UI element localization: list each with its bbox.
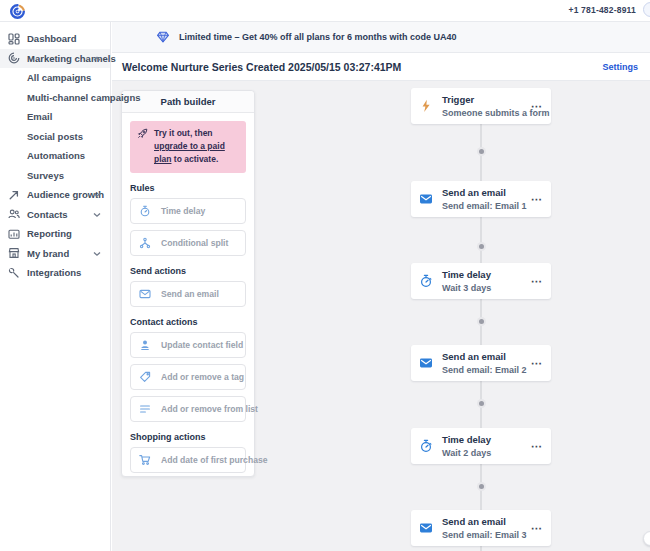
help-pill-cutoff[interactable] [643, 2, 650, 17]
conditional-split-icon [139, 237, 151, 249]
section-label-shopping-actions: Shopping actions [130, 432, 246, 442]
node-menu-button[interactable]: ⋯ [529, 359, 543, 367]
sidebar-item-my-brand[interactable]: My brand [0, 244, 110, 264]
node-menu-button[interactable]: ⋯ [529, 195, 543, 203]
list-icon [139, 403, 151, 415]
sidebar-item-contacts[interactable]: Contacts [0, 205, 110, 225]
sidebar-item-integrations[interactable]: Integrations [0, 263, 110, 283]
promo-banner-text: Limited time – Get 40% off all plans for… [179, 32, 457, 42]
workflow-node-trigger[interactable]: Trigger Someone submits a form ⋯ [411, 88, 551, 124]
workflow-node-send-email-2[interactable]: Send an email Send email: Email 2 ⋯ [411, 345, 551, 381]
promo-banner: Limited time – Get 40% off all plans for… [112, 22, 650, 53]
sidebar-item-email[interactable]: Email [0, 107, 110, 127]
contacts-icon [8, 208, 20, 220]
envelope-icon [139, 288, 151, 300]
sidebar-item-automations[interactable]: Automations [0, 146, 110, 166]
node-menu-button[interactable]: ⋯ [529, 102, 543, 110]
add-step-button[interactable] [477, 242, 486, 251]
marketing-channels-icon [8, 52, 20, 64]
node-title: Trigger [442, 94, 529, 105]
chevron-down-icon [93, 212, 101, 218]
upgrade-notice: Try it out, then upgrade to a paid plan … [130, 121, 246, 173]
node-subtitle: Someone submits a form [442, 108, 529, 118]
automation-canvas: Trigger Someone submits a form ⋯ Send an… [112, 81, 650, 551]
page-title: Welcome Nurture Series Created 2025/05/1… [122, 61, 401, 73]
add-step-button[interactable] [477, 147, 486, 156]
constant-contact-logo[interactable] [9, 3, 26, 20]
update-contact-icon [139, 339, 151, 351]
sidebar-item-marketing-channels[interactable]: Marketing channels [0, 49, 110, 69]
add-step-button[interactable] [477, 399, 486, 408]
sidebar-item-label: Dashboard [27, 33, 77, 44]
lightning-icon [419, 99, 433, 113]
palette-item-conditional-split[interactable]: Conditional split [130, 230, 246, 256]
add-step-button[interactable] [477, 482, 486, 491]
workflow-node-time-delay-1[interactable]: Time delay Wait 3 days ⋯ [411, 263, 551, 299]
rocket-icon [137, 128, 148, 139]
reporting-icon [8, 228, 20, 240]
add-step-button[interactable] [477, 317, 486, 326]
sidebar-item-social-posts[interactable]: Social posts [0, 127, 110, 147]
workflow-node-time-delay-2[interactable]: Time delay Wait 2 days ⋯ [411, 428, 551, 464]
integrations-icon [8, 267, 20, 279]
node-menu-button[interactable]: ⋯ [529, 524, 543, 532]
gem-icon [156, 30, 170, 44]
settings-link[interactable]: Settings [602, 62, 638, 72]
cart-icon [139, 454, 151, 466]
section-label-rules: Rules [130, 183, 246, 193]
palette-item-add-remove-list[interactable]: Add or remove from list [130, 396, 246, 422]
canvas-zoom-control-cutoff[interactable] [643, 531, 650, 546]
palette-item-send-email[interactable]: Send an email [130, 281, 246, 307]
sidebar-item-surveys[interactable]: Surveys [0, 166, 110, 186]
sidebar-item-reporting[interactable]: Reporting [0, 224, 110, 244]
my-brand-icon [8, 247, 20, 259]
sidebar-nav: Dashboard Marketing channels All campaig… [0, 22, 111, 551]
palette-item-time-delay[interactable]: Time delay [130, 198, 246, 224]
workflow-node-send-email-3[interactable]: Send an email Send email: Email 3 ⋯ [411, 510, 551, 546]
stopwatch-icon [419, 274, 433, 288]
path-builder-title: Path builder [122, 91, 254, 113]
chevron-down-icon [93, 192, 101, 198]
sidebar-item-audience-growth[interactable]: Audience growth [0, 185, 110, 205]
chevron-up-icon [93, 56, 101, 62]
audience-growth-icon [8, 189, 20, 201]
section-label-contact-actions: Contact actions [130, 317, 246, 327]
envelope-icon [419, 192, 433, 206]
sidebar-item-label: Marketing channels [27, 53, 116, 64]
envelope-icon [419, 356, 433, 370]
tag-icon [139, 371, 151, 383]
palette-item-update-contact-field[interactable]: Update contact field [130, 332, 246, 358]
stopwatch-icon [419, 439, 433, 453]
promo-code: UA40 [434, 32, 457, 42]
workflow-node-send-email-1[interactable]: Send an email Send email: Email 1 ⋯ [411, 181, 551, 217]
sidebar-item-all-campaigns[interactable]: All campaigns [0, 68, 110, 88]
node-menu-button[interactable]: ⋯ [529, 277, 543, 285]
node-menu-button[interactable]: ⋯ [529, 442, 543, 450]
sidebar-item-multi-channel-campaigns[interactable]: Multi-channel campaigns [0, 88, 110, 108]
stopwatch-icon [139, 205, 151, 217]
dashboard-icon [8, 33, 20, 45]
section-label-send-actions: Send actions [130, 266, 246, 276]
palette-item-add-first-purchase-date[interactable]: Add date of first purchase [130, 447, 246, 473]
top-bar: +1 781-482-8911 [0, 0, 650, 22]
contact-phone-number[interactable]: +1 781-482-8911 [568, 5, 636, 15]
chevron-down-icon [93, 251, 101, 257]
palette-item-add-remove-tag[interactable]: Add or remove a tag [130, 364, 246, 390]
envelope-icon [419, 521, 433, 535]
sidebar-item-dashboard[interactable]: Dashboard [0, 29, 110, 49]
page-header: Welcome Nurture Series Created 2025/05/1… [112, 53, 650, 81]
path-builder-panel: Path builder Try it out, then upgrade to… [121, 90, 255, 477]
